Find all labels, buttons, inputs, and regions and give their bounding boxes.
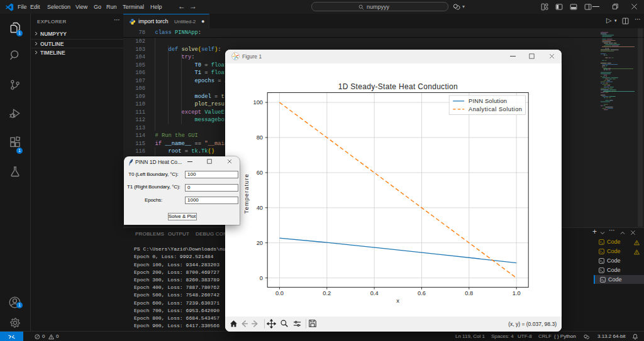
svg-text:20: 20 (257, 240, 263, 246)
svg-text:0.4: 0.4 (370, 290, 379, 296)
svg-text:x: x (396, 297, 399, 304)
svg-text:60: 60 (257, 170, 263, 176)
svg-text:0.2: 0.2 (323, 290, 331, 296)
svg-text:80: 80 (257, 134, 263, 141)
svg-text:1D Steady-State Heat Conductio: 1D Steady-State Heat Conduction (338, 82, 458, 91)
svg-text:100: 100 (253, 99, 263, 106)
svg-text:40: 40 (257, 205, 263, 211)
svg-text:PINN Solution: PINN Solution (469, 98, 507, 104)
svg-text:0: 0 (260, 275, 263, 281)
svg-text:Analytical Solution: Analytical Solution (469, 106, 522, 112)
svg-text:0.6: 0.6 (418, 290, 426, 296)
svg-text:0.8: 0.8 (465, 290, 473, 296)
svg-text:0.0: 0.0 (275, 290, 284, 296)
svg-text:1.0: 1.0 (513, 290, 521, 296)
svg-text:Temperature: Temperature (243, 174, 250, 214)
